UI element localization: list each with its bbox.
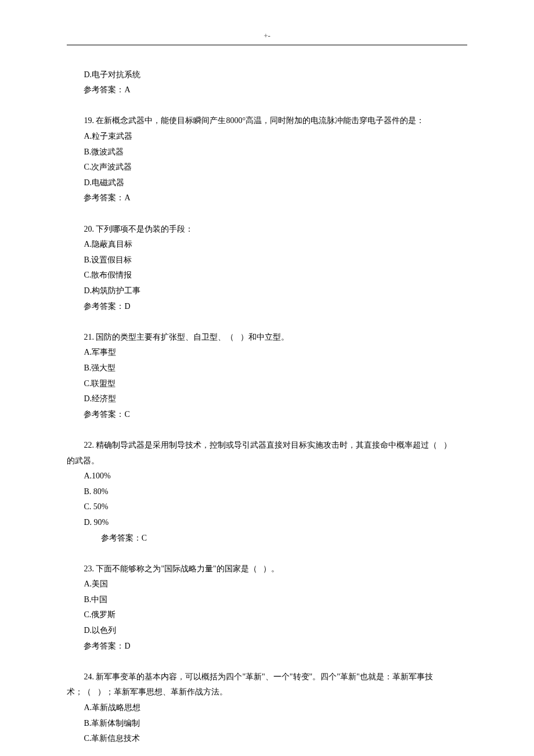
option-a: A.美国 xyxy=(67,577,467,592)
option-a: A.100% xyxy=(67,469,467,484)
option-a: A.隐蔽真目标 xyxy=(67,237,467,253)
document-content: D.电子对抗系统 参考答案：A 19. 在新概念武器中，能使目标瞬间产生8000… xyxy=(0,67,534,747)
question-stem-line2: 的武器。 xyxy=(67,453,467,469)
question-stem: 21. 国防的类型主要有扩张型、自卫型、（ ）和中立型。 xyxy=(67,330,467,345)
option-b: B.中国 xyxy=(67,592,467,608)
option-d: D.电磁武器 xyxy=(67,175,467,191)
question-20: 20. 下列哪项不是伪装的手段： A.隐蔽真目标 B.设置假目标 C.散布假情报… xyxy=(67,222,467,315)
option-a: A.革新战略思想 xyxy=(67,700,467,716)
blank-spacer xyxy=(67,546,467,561)
blank-spacer xyxy=(67,98,467,114)
blank-spacer xyxy=(67,654,467,669)
option-a: A.粒子束武器 xyxy=(67,129,467,145)
answer-line: 参考答案：C xyxy=(67,407,467,423)
question-stem: 20. 下列哪项不是伪装的手段： xyxy=(67,222,467,237)
answer-line: 参考答案：A xyxy=(67,82,467,98)
option-d: D.经济型 xyxy=(67,391,467,407)
option-b: B.革新体制编制 xyxy=(67,716,467,732)
answer-line: 参考答案：C xyxy=(67,531,467,546)
option-d: D.电子对抗系统 xyxy=(67,67,467,83)
option-c: C. 50% xyxy=(67,499,467,515)
header-rule xyxy=(67,45,467,45)
blank-spacer xyxy=(67,314,467,330)
question-stem: 23. 下面不能够称之为"国际战略力量"的国家是（ ）。 xyxy=(67,561,467,577)
option-c: C.次声波武器 xyxy=(67,160,467,175)
question-stem-line1: 24. 新军事变革的基本内容，可以概括为四个"革新"、一个"转变"。四个"革新"… xyxy=(67,669,467,685)
option-c: C.俄罗斯 xyxy=(67,607,467,623)
option-a: A.军事型 xyxy=(67,345,467,361)
option-d: D. 90% xyxy=(67,515,467,531)
option-b: B.强大型 xyxy=(67,361,467,376)
question-21: 21. 国防的类型主要有扩张型、自卫型、（ ）和中立型。 A.军事型 B.强大型… xyxy=(67,330,467,423)
option-c: C.散布假情报 xyxy=(67,268,467,283)
question-stem-line1: 22. 精确制导武器是采用制导技术，控制或导引武器直接对目标实施攻击时，其直接命… xyxy=(67,438,467,453)
blank-spacer xyxy=(67,206,467,222)
question-22: 22. 精确制导武器是采用制导技术，控制或导引武器直接对目标实施攻击时，其直接命… xyxy=(67,438,467,546)
option-b: B.设置假目标 xyxy=(67,253,467,268)
option-c: C.革新信息技术 xyxy=(67,731,467,747)
option-b: B. 80% xyxy=(67,484,467,500)
question-stem: 19. 在新概念武器中，能使目标瞬间产生8000°高温，同时附加的电流脉冲能击穿… xyxy=(67,113,467,129)
option-d: D.构筑防护工事 xyxy=(67,283,467,299)
question-24: 24. 新军事变革的基本内容，可以概括为四个"革新"、一个"转变"。四个"革新"… xyxy=(67,669,467,747)
answer-line: 参考答案：D xyxy=(67,639,467,654)
question-stem-line2: 术；（ ）；革新军事思想、革新作战方法。 xyxy=(67,685,467,700)
option-b: B.微波武器 xyxy=(67,145,467,160)
option-d: D.以色列 xyxy=(67,623,467,639)
question-19: 19. 在新概念武器中，能使目标瞬间产生8000°高温，同时附加的电流脉冲能击穿… xyxy=(67,113,467,206)
question-18-tail: D.电子对抗系统 参考答案：A xyxy=(67,67,467,98)
answer-line: 参考答案：D xyxy=(67,299,467,315)
question-23: 23. 下面不能够称之为"国际战略力量"的国家是（ ）。 A.美国 B.中国 C… xyxy=(67,561,467,654)
option-c: C.联盟型 xyxy=(67,376,467,392)
blank-spacer xyxy=(67,422,467,438)
page-header-mark: +- xyxy=(0,29,534,44)
answer-line: 参考答案：A xyxy=(67,190,467,206)
